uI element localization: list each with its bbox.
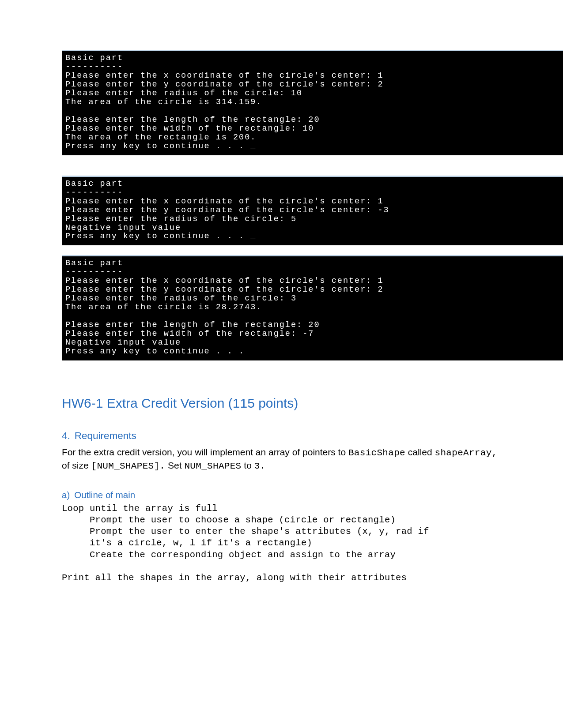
text-run: of size — [62, 460, 91, 470]
code-numshapes-bracket: [NUM_SHAPES]. — [91, 461, 166, 471]
terminal-output-3: Basic part ---------- Please enter the x… — [62, 255, 563, 360]
text-run: to — [242, 460, 254, 470]
text-run: For the extra credit version, you will i… — [62, 447, 348, 457]
heading-text: Requirements — [75, 430, 136, 441]
heading-text: Outline of main — [74, 490, 135, 500]
paragraph-requirements: For the extra credit version, you will i… — [62, 446, 501, 473]
heading-requirements: 4.Requirements — [62, 430, 501, 442]
spacer — [62, 245, 501, 255]
code-shapearray: shapeArray, — [435, 448, 498, 458]
code-basicshape: BasicShape — [348, 448, 405, 458]
code-three: 3. — [254, 461, 266, 471]
text-run: Set — [165, 460, 184, 470]
heading-number: 4. — [62, 430, 70, 441]
terminal-output-2: Basic part ---------- Please enter the x… — [62, 176, 563, 246]
code-numshapes: NUM_SHAPES — [184, 461, 241, 471]
heading-outline-main: a)Outline of main — [62, 490, 501, 500]
terminal-output-1: Basic part ---------- Please enter the x… — [62, 50, 563, 155]
text-run: called — [405, 447, 435, 457]
code-outline-main: Loop until the array is full Prompt the … — [62, 503, 501, 584]
page: Basic part ---------- Please enter the x… — [0, 0, 563, 728]
heading-letter: a) — [62, 490, 70, 500]
heading-extra-credit: HW6-1 Extra Credit Version (115 points) — [62, 396, 501, 411]
spacer — [62, 155, 501, 176]
top-margin — [62, 0, 501, 50]
